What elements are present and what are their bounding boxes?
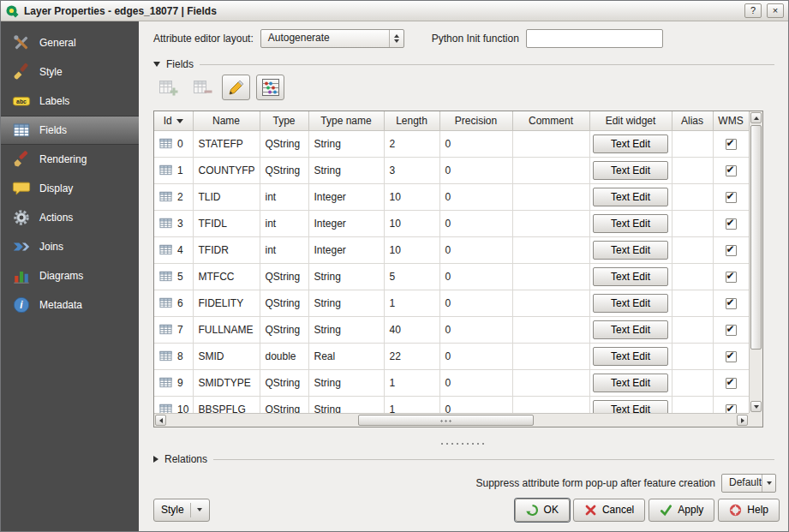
apply-button[interactable]: Apply [649,499,714,522]
scroll-right-button[interactable] [737,415,748,426]
edit-widget-button[interactable]: Text Edit [593,134,668,153]
titlebar[interactable]: Layer Properties - edges_18077 | Fields … [1,1,788,21]
edit-widget-button[interactable]: Text Edit [593,267,668,286]
sidebar-item-style[interactable]: Style [1,57,139,87]
cancel-button[interactable]: Cancel [573,499,645,522]
sidebar-item-labels[interactable]: abc Labels [1,87,139,116]
wms-checkbox[interactable] [726,192,737,203]
fields-group-label: Fields [166,58,194,70]
cell-type-name: Real [308,343,384,369]
table-row[interactable]: 0 STATEFP QString String 2 0 Text Edit [154,130,749,157]
attribute-editor-layout-select[interactable]: Autogenerate [260,29,404,48]
table-row[interactable]: 5 MTFCC QString String 5 0 Text Edit [154,263,749,290]
wms-checkbox[interactable] [726,325,737,336]
cell-comment [512,130,589,157]
table-row[interactable]: 10 BBSPFLG QString String 1 0 Text Edit [154,396,749,413]
wms-checkbox[interactable] [726,404,737,413]
edit-widget-button[interactable]: Text Edit [593,374,668,392]
table-row[interactable]: 1 COUNTYFP QString String 3 0 Text Edit [154,157,749,183]
table-row[interactable]: 7 FULLNAME QString String 40 0 Text Edit [154,316,749,343]
cell-type: double [260,343,308,369]
column-header-edit-widget[interactable]: Edit widget [589,111,672,130]
attribute-row-icon [159,190,172,203]
relations-group-toggle[interactable]: Relations [153,452,774,466]
sidebar-item-display[interactable]: Display [1,174,139,203]
wms-checkbox[interactable] [726,298,737,309]
toggle-editing-button[interactable] [222,75,250,100]
scroll-down-button[interactable] [750,401,762,412]
sidebar-item-rendering[interactable]: Rendering [1,145,139,174]
help-lifering-icon [729,504,742,517]
style-button[interactable]: Style [153,499,210,522]
fields-group-toggle[interactable]: Fields [153,57,774,71]
edit-widget-button[interactable]: Text Edit [593,294,668,313]
column-header-type-name[interactable]: Type name [308,111,384,130]
field-calculator-button[interactable] [256,75,284,100]
column-header-comment[interactable]: Comment [512,111,589,130]
edit-widget-button[interactable]: Text Edit [593,320,668,339]
table-row[interactable]: 2 TLID int Integer 10 0 Text Edit [154,183,749,210]
sidebar-item-metadata[interactable]: i Metadata [1,290,139,320]
wms-checkbox[interactable] [726,245,737,256]
cell-type-name: String [308,157,384,183]
edit-widget-button[interactable]: Text Edit [593,188,668,206]
attribute-row-icon [159,350,172,362]
splitter-handle[interactable] [139,441,788,446]
edit-widget-button[interactable]: Text Edit [593,214,668,233]
help-titlebar-button[interactable]: ? [744,3,762,18]
sidebar-item-joins[interactable]: Joins [1,232,139,261]
sidebar-item-fields[interactable]: Fields [1,116,139,145]
column-header-precision[interactable]: Precision [439,111,512,130]
column-header-id[interactable]: Id [154,111,193,130]
cell-precision: 0 [439,236,512,263]
suppress-select[interactable]: Default [721,474,776,493]
column-header-alias[interactable]: Alias [672,111,713,130]
column-header-type[interactable]: Type [260,111,308,130]
cell-name: TFIDR [193,236,260,263]
column-header-length[interactable]: Length [384,111,439,130]
cell-length: 10 [384,210,439,236]
horizontal-scrollbar-thumb[interactable] [358,415,534,426]
gear-icon [11,207,32,228]
table-row[interactable]: 6 FIDELITY QString String 1 0 Text Edit [154,290,749,316]
edit-widget-button[interactable]: Text Edit [593,400,668,414]
wms-checkbox[interactable] [726,272,737,283]
attribute-row-icon [159,137,172,150]
delete-column-button[interactable] [188,75,216,100]
cell-type-name: String [308,130,384,157]
main-panel: Attribute editor layout: Autogenerate Py… [139,21,788,531]
new-column-button[interactable] [153,75,182,100]
vertical-scrollbar-thumb[interactable] [750,125,762,350]
table-row[interactable]: 3 TFIDL int Integer 10 0 Text Edit [154,210,749,236]
fields-toolbar [153,75,284,100]
sidebar-item-diagrams[interactable]: Diagrams [1,261,139,290]
wms-checkbox[interactable] [726,218,737,230]
wms-checkbox[interactable] [726,165,737,176]
cell-length: 5 [384,263,439,290]
table-row[interactable]: 8 SMID double Real 22 0 Text Edit [154,343,749,369]
column-header-name[interactable]: Name [193,111,260,130]
scroll-up-button[interactable] [750,112,762,123]
horizontal-scrollbar[interactable] [154,413,749,427]
edit-widget-button[interactable]: Text Edit [593,347,668,366]
edit-widget-button[interactable]: Text Edit [593,241,668,260]
sidebar-item-general[interactable]: General [1,28,139,57]
table-row[interactable]: 9 SMIDTYPE QString String 1 0 Text Edit [154,369,749,396]
wms-checkbox[interactable] [726,351,737,362]
python-init-input[interactable] [526,29,663,48]
edit-widget-button[interactable]: Text Edit [593,161,668,180]
wms-checkbox[interactable] [726,139,737,150]
attribute-row-icon [159,323,172,336]
cell-precision: 0 [439,130,512,157]
table-row[interactable]: 4 TFIDR int Integer 10 0 Text Edit [154,236,749,263]
wms-checkbox[interactable] [726,378,737,389]
cell-precision: 0 [439,263,512,290]
ok-button[interactable]: OK [515,499,570,522]
sidebar-item-actions[interactable]: Actions [1,203,139,232]
help-button[interactable]: Help [718,499,780,522]
cell-type: QString [260,157,308,183]
column-header-wms[interactable]: WMS [713,111,749,130]
scroll-left-button[interactable] [155,415,166,426]
vertical-scrollbar[interactable] [749,111,762,413]
close-button[interactable]: × [767,3,784,18]
